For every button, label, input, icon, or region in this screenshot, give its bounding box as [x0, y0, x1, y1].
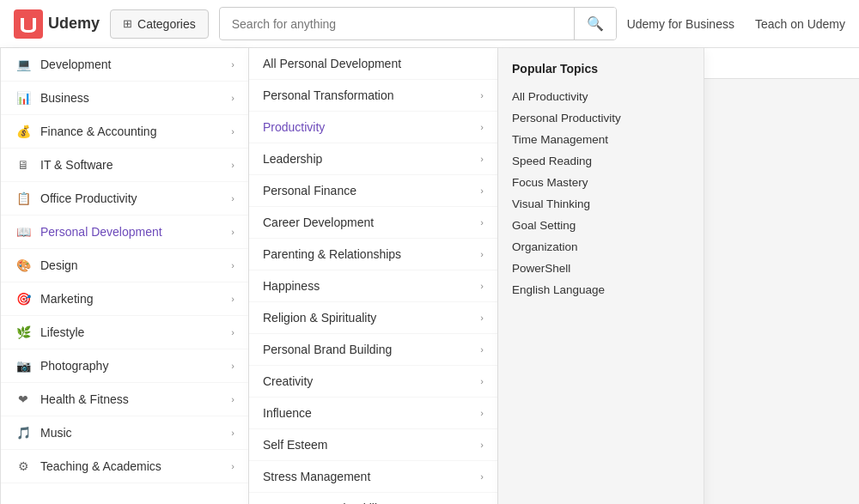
popular-topics-title: Popular Topics [512, 62, 690, 76]
subcategory-label: Career Development [263, 216, 374, 229]
popular-topic-link[interactable]: Focus Mastery [512, 172, 690, 193]
svg-rect-0 [14, 9, 43, 39]
chevron-right-icon: › [480, 217, 484, 228]
personal-development-icon: 📖 [15, 225, 32, 239]
chevron-right-icon: › [231, 126, 235, 137]
dropdown-overlay: 💻 Development › 📊 Business › 💰 Finance &… [0, 48, 859, 268]
header-nav: Udemy for Business Teach on Udemy [627, 17, 845, 31]
category-item-it-software[interactable]: 🖥 IT & Software › [1, 149, 248, 182]
logo-area: Udemy [14, 9, 100, 39]
search-button[interactable]: 🔍 [574, 8, 616, 39]
category-item-design[interactable]: 🎨 Design › [1, 249, 248, 268]
teach-link[interactable]: Teach on Udemy [755, 17, 845, 31]
business-icon: 📊 [15, 91, 32, 105]
chevron-right-icon: › [231, 93, 235, 103]
subcategory-label: Personal Transformation [263, 88, 394, 102]
chevron-right-icon: › [480, 90, 484, 100]
categories-button[interactable]: ⊞ Categories [110, 9, 209, 39]
finance-icon: 💰 [15, 124, 32, 138]
udemy-logo [14, 9, 43, 39]
category-label: IT & Software [40, 158, 222, 172]
category-label: Development [40, 58, 222, 71]
subcategories-column: All Personal Development Personal Transf… [249, 48, 498, 268]
category-label: Business [40, 91, 222, 105]
subcategory-item-all[interactable]: All Personal Development [249, 48, 497, 80]
chevron-right-icon: › [480, 185, 484, 196]
grid-icon: ⊞ [123, 17, 132, 30]
category-item-development[interactable]: 💻 Development › [1, 48, 248, 82]
subcategory-label: All Personal Development [263, 57, 401, 70]
popular-topics-column: Popular Topics All ProductivityPersonal … [498, 48, 704, 268]
popular-topic-link[interactable]: Personal Productivity [512, 107, 690, 129]
chevron-right-icon: › [480, 122, 484, 132]
chevron-right-icon: › [480, 154, 484, 164]
udemy-business-link[interactable]: Udemy for Business [627, 17, 734, 31]
categories-column: 💻 Development › 📊 Business › 💰 Finance &… [0, 48, 249, 268]
category-label: Personal Development [40, 225, 222, 239]
design-icon: 🎨 [15, 258, 32, 268]
popular-topic-link[interactable]: All Productivity [512, 86, 690, 107]
category-item-business[interactable]: 📊 Business › [1, 82, 248, 115]
subcategory-item-leadership[interactable]: Leadership › [249, 143, 497, 175]
category-item-finance[interactable]: 💰 Finance & Accounting › [1, 115, 248, 149]
chevron-right-icon: › [480, 249, 484, 259]
subcategory-item-personal-finance[interactable]: Personal Finance › [249, 175, 497, 207]
chevron-right-icon: › [231, 227, 235, 237]
popular-topic-link[interactable]: Goal Setting [512, 215, 690, 236]
category-item-office-productivity[interactable]: 📋 Office Productivity › [1, 182, 248, 216]
chevron-right-icon: › [231, 59, 235, 70]
subcategory-label: Parenting & Relationships [263, 247, 401, 261]
subcategory-label: Leadership [263, 152, 322, 166]
udemy-wordmark: Udemy [48, 15, 100, 33]
popular-topic-link[interactable]: Time Management [512, 129, 690, 150]
subcategory-item-personal-transformation[interactable]: Personal Transformation › [249, 80, 497, 112]
category-label: Office Productivity [40, 191, 222, 205]
it-software-icon: 🖥 [15, 158, 32, 172]
category-item-personal-development[interactable]: 📖 Personal Development › [1, 216, 248, 249]
category-label: Finance & Accounting [40, 124, 222, 138]
office-productivity-icon: 📋 [15, 191, 32, 205]
subcategory-item-productivity[interactable]: Productivity › [249, 112, 497, 143]
categories-label: Categories [137, 17, 196, 31]
category-label: Design [40, 258, 222, 268]
subcategory-item-career-development[interactable]: Career Development › [249, 207, 497, 239]
header: Udemy ⊞ Categories 🔍 Udemy for Business … [0, 0, 859, 48]
popular-topic-link[interactable]: Visual Thinking [512, 193, 690, 215]
popular-topic-link[interactable]: Organization [512, 236, 690, 258]
chevron-right-icon: › [231, 193, 235, 203]
subcategory-label: Personal Finance [263, 184, 356, 197]
popular-topic-link[interactable]: Speed Reading [512, 150, 690, 172]
popular-topic-link[interactable]: PowerShell [512, 258, 690, 268]
search-bar: 🔍 [219, 7, 617, 40]
chevron-right-icon: › [231, 260, 235, 268]
development-icon: 💻 [15, 58, 32, 71]
subcategory-label: Productivity [263, 120, 325, 134]
chevron-right-icon: › [231, 160, 235, 170]
search-input[interactable] [220, 9, 574, 39]
subcategory-item-parenting[interactable]: Parenting & Relationships › [249, 239, 497, 268]
